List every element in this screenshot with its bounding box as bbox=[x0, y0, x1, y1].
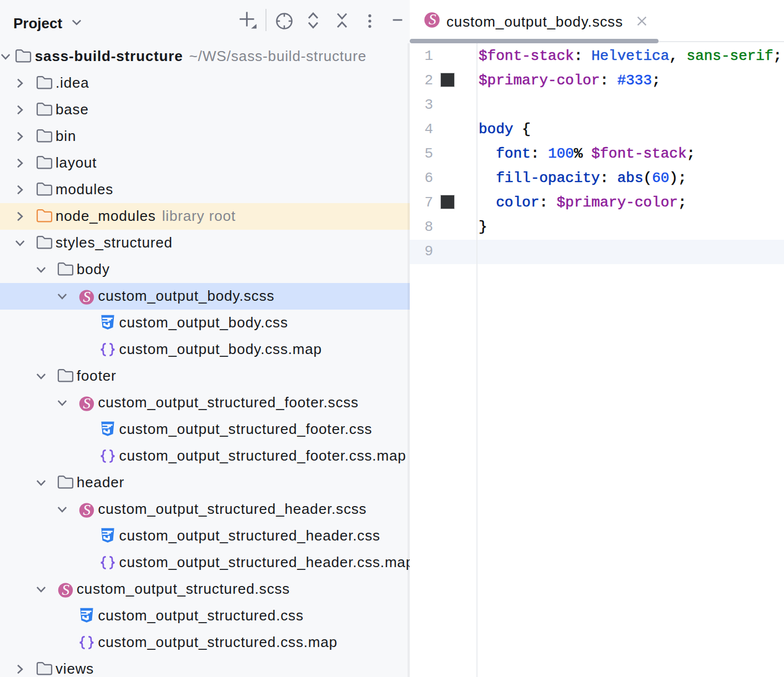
svg-text:S: S bbox=[83, 501, 91, 518]
svg-text:S: S bbox=[83, 395, 91, 411]
svg-text:S: S bbox=[62, 581, 70, 598]
svg-text:S: S bbox=[428, 11, 436, 27]
svg-text:S: S bbox=[83, 288, 91, 305]
